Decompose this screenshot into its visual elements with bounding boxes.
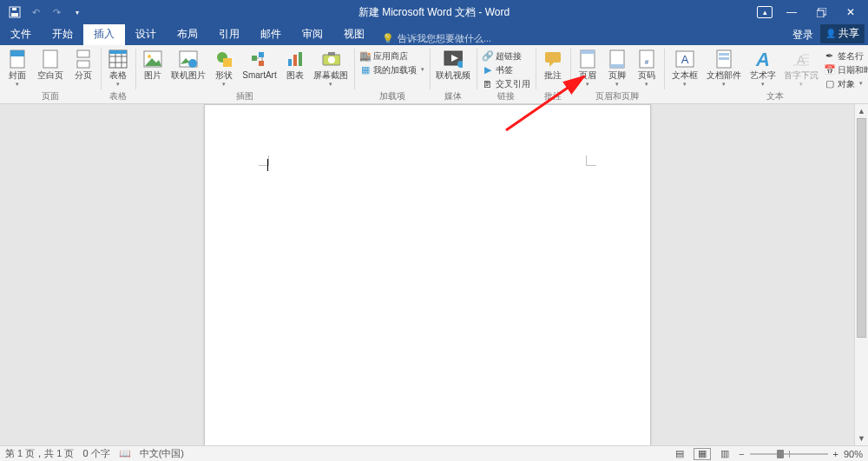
smartart-icon: [250, 49, 269, 69]
table-icon: [108, 49, 128, 69]
page-break-icon: [74, 49, 93, 69]
restore-icon[interactable]: [809, 3, 833, 22]
quick-access-dropdown-icon[interactable]: ▾: [68, 3, 87, 22]
language-indicator[interactable]: 中文(中国): [140, 447, 184, 460]
redo-icon[interactable]: ↷: [47, 3, 66, 22]
minimize-icon[interactable]: —: [779, 3, 804, 22]
smartart-button[interactable]: SmartArt: [240, 49, 279, 80]
tab-insert[interactable]: 插入: [83, 24, 125, 45]
tab-mailings[interactable]: 邮件: [250, 24, 292, 45]
word-count[interactable]: 0 个字: [82, 447, 109, 460]
document-scroll-area[interactable]: [0, 104, 854, 445]
page-indicator[interactable]: 第 1 页，共 1 页: [5, 447, 74, 460]
blank-page-icon: [41, 49, 60, 69]
object-icon: ▢: [824, 78, 835, 89]
tab-layout[interactable]: 布局: [167, 24, 208, 45]
zoom-out-icon[interactable]: −: [739, 449, 744, 459]
svg-rect-6: [43, 50, 57, 68]
footer-icon: [608, 49, 627, 69]
proofing-icon[interactable]: 📖: [119, 448, 131, 459]
close-icon[interactable]: ✕: [838, 3, 863, 22]
zoom-slider-thumb[interactable]: [777, 450, 784, 458]
date-time-button[interactable]: 📅日期和时间: [822, 63, 868, 76]
chart-button[interactable]: 图表: [281, 49, 309, 80]
screenshot-button[interactable]: 屏幕截图▾: [311, 49, 351, 88]
footer-button[interactable]: 页脚▾: [603, 49, 631, 88]
tab-view[interactable]: 视图: [333, 24, 375, 45]
undo-icon[interactable]: ↶: [26, 3, 45, 22]
shapes-button[interactable]: 形状▾: [210, 49, 238, 88]
cross-reference-icon: 🖹: [482, 78, 493, 89]
scroll-down-icon[interactable]: ▼: [855, 431, 868, 445]
wordart-button[interactable]: A 艺术字▾: [746, 49, 780, 88]
share-label: 共享: [838, 26, 859, 41]
svg-text:A: A: [755, 49, 770, 69]
zoom-slider[interactable]: [750, 453, 828, 455]
scrollbar-track[interactable]: [855, 118, 868, 431]
zoom-level[interactable]: 90%: [844, 449, 863, 459]
cross-reference-button[interactable]: 🖹交叉引用: [480, 77, 532, 90]
page-break-button[interactable]: 分页: [69, 49, 97, 80]
header-button[interactable]: 页眉▾: [574, 49, 602, 88]
zoom-in-icon[interactable]: +: [833, 449, 838, 459]
my-addins-icon: ▦: [359, 64, 371, 76]
online-video-button[interactable]: 联机视频: [433, 49, 473, 80]
group-tables: 表格▾ 表格: [101, 45, 135, 103]
window-title: 新建 Microsoft Word 文档 - Word: [358, 5, 510, 20]
login-link[interactable]: 登录: [786, 24, 820, 45]
pictures-button[interactable]: 图片: [139, 49, 167, 80]
table-button[interactable]: 表格▾: [104, 49, 132, 88]
svg-rect-38: [719, 53, 729, 56]
ribbon-display-options-icon[interactable]: ▴: [757, 6, 773, 18]
print-layout-icon[interactable]: ▦: [694, 448, 711, 460]
page-number-icon: #: [637, 49, 656, 69]
bookmark-button[interactable]: ▶书签: [480, 63, 532, 76]
tell-me-search[interactable]: 💡 告诉我您想要做什么...: [375, 32, 491, 45]
save-icon[interactable]: [5, 3, 24, 22]
tab-review[interactable]: 审阅: [292, 24, 333, 45]
svg-rect-5: [10, 50, 24, 56]
my-addins-button[interactable]: ▦我的加载项▾: [358, 63, 426, 76]
tab-file[interactable]: 文件: [0, 24, 42, 45]
document-page[interactable]: [204, 104, 651, 445]
cover-page-button[interactable]: 封面▾: [3, 49, 31, 88]
scrollbar-thumb[interactable]: [857, 118, 866, 338]
document-area: ▲ ▼: [0, 104, 868, 445]
svg-rect-3: [817, 10, 824, 17]
web-layout-icon[interactable]: ▥: [716, 448, 733, 460]
textbox-button[interactable]: A 文本框▾: [667, 49, 702, 88]
tab-references[interactable]: 引用: [208, 24, 250, 45]
quick-parts-button[interactable]: 文档部件▾: [704, 49, 744, 88]
comment-button[interactable]: 批注: [539, 49, 567, 80]
online-pictures-icon: [179, 49, 198, 69]
pictures-icon: [143, 49, 162, 69]
vertical-scrollbar[interactable]: ▲ ▼: [854, 104, 868, 445]
tell-me-placeholder: 告诉我您想要做什么...: [398, 32, 491, 45]
signature-line-button[interactable]: ✒签名行▾: [822, 49, 868, 63]
online-pictures-button[interactable]: 联机图片: [168, 49, 208, 80]
bookmark-icon: ▶: [482, 64, 493, 76]
hyperlink-button[interactable]: 🔗超链接: [480, 49, 532, 63]
blank-page-button[interactable]: 空白页: [33, 49, 68, 80]
svg-rect-16: [223, 58, 232, 67]
object-button[interactable]: ▢对象▾: [822, 77, 868, 90]
scroll-up-icon[interactable]: ▲: [855, 104, 868, 118]
svg-point-12: [148, 55, 151, 58]
svg-rect-8: [77, 61, 89, 68]
svg-rect-7: [77, 50, 89, 57]
group-pages: 封面▾ 空白页 分页 页面: [0, 45, 101, 103]
date-time-icon: 📅: [824, 64, 835, 76]
group-links: 🔗超链接 ▶书签 🖹交叉引用 链接: [477, 45, 536, 103]
svg-rect-21: [293, 55, 297, 66]
share-button[interactable]: 👤 共享: [820, 23, 865, 43]
store-button[interactable]: 🏬应用商店: [358, 49, 426, 63]
title-bar: ↶ ↷ ▾ 新建 Microsoft Word 文档 - Word ▴ — ✕: [0, 0, 868, 24]
dropcap-button[interactable]: A 首字下沉▾: [782, 49, 820, 88]
quick-access-toolbar: ↶ ↷ ▾: [0, 3, 87, 22]
tab-home[interactable]: 开始: [42, 24, 83, 45]
window-controls: ▴ — ✕: [757, 3, 868, 22]
page-number-button[interactable]: # 页码▾: [633, 49, 661, 88]
shapes-icon: [214, 49, 233, 69]
tab-design[interactable]: 设计: [125, 24, 167, 45]
read-mode-icon[interactable]: ▤: [671, 448, 688, 460]
